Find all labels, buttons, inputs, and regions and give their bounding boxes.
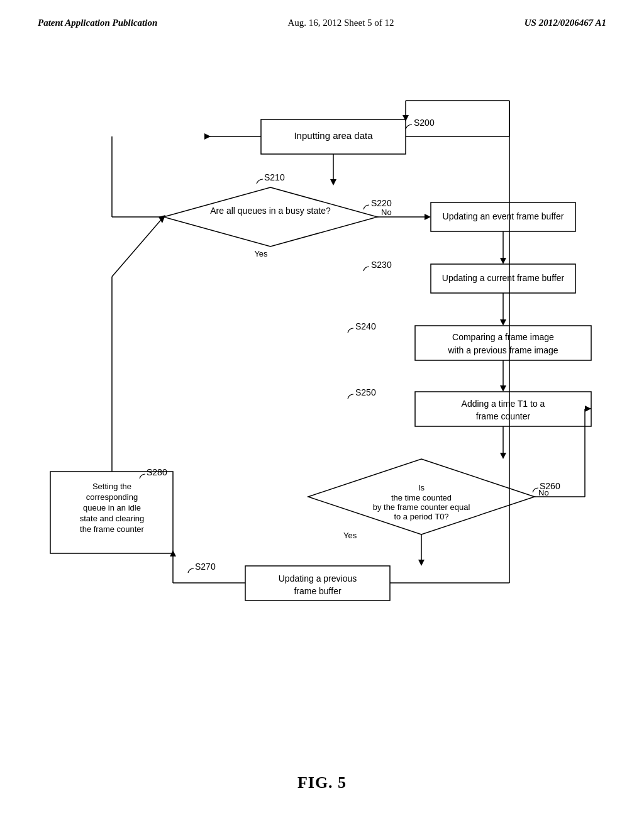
s280-text5: the frame counter: [80, 524, 145, 534]
arrowhead-s210-no: [425, 214, 431, 220]
s230-bracket: [364, 267, 369, 271]
s270-text1: Updating a previous: [279, 573, 357, 584]
header-publication: Patent Application Publication: [38, 18, 157, 28]
s250-text2: frame counter: [476, 411, 531, 421]
s260-text1: Is: [418, 483, 425, 492]
s270-bracket: [188, 568, 194, 573]
s280-text4: state and clearing: [80, 514, 145, 523]
s250-label: S250: [355, 387, 376, 397]
yes-label-s260: Yes: [343, 531, 357, 540]
s200-text: Inputting area data: [294, 130, 373, 141]
s230-text: Updating a current frame buffer: [442, 273, 565, 283]
arrowhead-s260-yes: [418, 560, 425, 566]
flowchart-svg: Inputting area data S200 Are all queues …: [0, 82, 644, 773]
arrowhead-s250-s260: [500, 453, 506, 459]
s280-text3: queue in an idle: [83, 503, 141, 512]
arrowhead-loop-s200: [204, 133, 211, 140]
s280-text2: corresponding: [86, 492, 138, 502]
s260-text3: by the frame counter equal: [373, 502, 470, 512]
arrowhead-s200-s210: [330, 179, 336, 185]
s220-text: Updating an event frame buffer: [443, 211, 564, 221]
s210-bracket: [257, 179, 263, 184]
diagram-area: Inputting area data S200 Are all queues …: [0, 82, 644, 773]
no-label-s260: No: [538, 488, 549, 497]
s250-text1: Adding a time T1 to a: [462, 399, 545, 409]
s220-label: S220: [371, 198, 392, 208]
s240-text2: with a previous frame image: [447, 345, 558, 355]
s280-label: S280: [147, 467, 167, 477]
yes-label-s210: Yes: [254, 249, 268, 258]
s220-bracket: [364, 205, 369, 209]
header-patent-number: US 2012/0206467 A1: [525, 18, 606, 28]
header-date-sheet: Aug. 16, 2012 Sheet 5 of 12: [287, 18, 394, 28]
s240-label: S240: [355, 321, 376, 331]
arrowhead-s230-s240: [500, 319, 506, 326]
s250-bracket: [348, 394, 353, 399]
s240-bracket: [348, 328, 353, 333]
s260-text2: the time counted: [391, 493, 452, 502]
page-header: Patent Application Publication Aug. 16, …: [0, 0, 644, 28]
s200-bracket: [406, 124, 412, 129]
s260-bracket: [533, 488, 538, 492]
s240-text1: Comparing a frame image: [452, 332, 554, 342]
s210-diamond: [164, 187, 377, 246]
no-label-s210: No: [381, 208, 392, 217]
s260-text4: to a period T0?: [394, 512, 448, 521]
s280-text1: Setting the: [92, 482, 131, 491]
s210-text1: Are all queues in a busy state?: [210, 206, 331, 216]
s210-label: S210: [264, 172, 285, 182]
arrowhead-s220-s230: [500, 258, 506, 264]
s270-text2: frame buffer: [294, 586, 341, 596]
s200-label: S200: [414, 118, 435, 128]
figure-caption: FIG. 5: [0, 773, 644, 792]
arrow-s280-to-s210: [112, 217, 164, 277]
s270-label: S270: [195, 562, 216, 572]
arrowhead-s240-s250: [500, 385, 506, 392]
s230-label: S230: [371, 260, 392, 270]
